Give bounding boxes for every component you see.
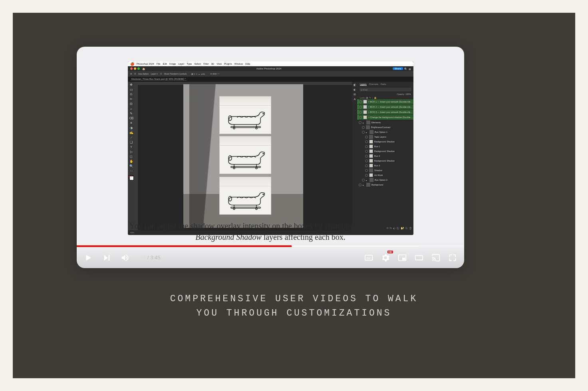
play-button[interactable] bbox=[84, 253, 93, 262]
canvas-area[interactable] bbox=[135, 82, 352, 230]
tab-channels[interactable]: Channels bbox=[369, 83, 378, 86]
layer-row[interactable]: ▸Elements bbox=[359, 120, 412, 125]
window-title: Adobe Photoshop 2024 bbox=[145, 67, 393, 70]
menu-help[interactable]: Help bbox=[245, 63, 250, 65]
next-button[interactable] bbox=[102, 253, 111, 262]
app-name: Photoshop 2024 bbox=[137, 63, 154, 65]
video-caption: You can adjust the shadow overlay intens… bbox=[77, 220, 464, 243]
layer-row[interactable]: Tape Layers bbox=[359, 134, 412, 139]
photoshop-window: 🍎 Photoshop 2024 File Edit Image Layer T… bbox=[128, 61, 413, 235]
layer-row[interactable]: Shadow bbox=[359, 168, 412, 173]
svg-point-8 bbox=[263, 153, 264, 154]
menu-window[interactable]: Window bbox=[234, 63, 243, 65]
layer-row[interactable]: ▸Box Option 2 bbox=[359, 178, 412, 182]
tab-layers[interactable]: Layers bbox=[360, 83, 367, 86]
tab-paths[interactable]: Paths bbox=[381, 83, 386, 86]
menu-select[interactable]: Select bbox=[194, 63, 201, 65]
svg-point-13 bbox=[256, 167, 258, 169]
svg-point-20 bbox=[256, 127, 258, 129]
theater-button[interactable] bbox=[415, 253, 423, 262]
svg-point-5 bbox=[233, 208, 235, 210]
svg-rect-24 bbox=[402, 258, 405, 260]
opt-target[interactable]: Layer ▾ bbox=[151, 73, 158, 75]
layers-panel[interactable]: Layers Channels Paths Q Kind Opacity: 10… bbox=[358, 82, 413, 230]
svg-point-6 bbox=[256, 208, 258, 210]
layer-row[interactable]: Background Shadow bbox=[359, 158, 412, 163]
svg-text:CC: CC bbox=[367, 256, 371, 260]
opt-auto-select[interactable]: Auto-Select bbox=[138, 73, 149, 75]
svg-point-15 bbox=[263, 113, 264, 114]
options-bar: ✥☑ Auto-Select Layer ▾ ☐ Show Transform … bbox=[128, 71, 413, 77]
tagline-text: COMPREHENSIVE USER VIDEOS TO WALK YOU TH… bbox=[13, 292, 575, 320]
svg-rect-25 bbox=[415, 255, 423, 260]
layer-row[interactable]: Background Shadow bbox=[359, 149, 412, 154]
menu-type[interactable]: Type bbox=[187, 63, 192, 65]
layer-row[interactable]: > BOX 2 — Insert your artwork (Double-cl… bbox=[358, 105, 413, 109]
layer-row[interactable]: > BOX 1 — Insert your artwork (Double-cl… bbox=[358, 99, 413, 104]
layer-row[interactable]: Art Work bbox=[359, 173, 412, 178]
mac-menubar: 🍎 Photoshop 2024 File Edit Image Layer T… bbox=[128, 61, 413, 66]
document-tab[interactable]: Mockster_Three Box Stack.psd @ 40% (RGB/… bbox=[128, 77, 413, 82]
layer-row[interactable]: > Change the background shadow (Double-c… bbox=[358, 115, 413, 120]
menu-3d[interactable]: 3D bbox=[211, 63, 214, 65]
menu-edit[interactable]: Edit bbox=[163, 63, 167, 65]
traffic-lights[interactable] bbox=[130, 67, 140, 70]
menu-filter[interactable]: Filter bbox=[203, 63, 209, 65]
layer-row[interactable]: Box 2 bbox=[359, 154, 412, 158]
menu-layer[interactable]: Layer bbox=[178, 63, 184, 65]
layer-row[interactable]: Brightness/Contrast bbox=[359, 125, 412, 130]
layer-row[interactable]: Background Shadow bbox=[359, 139, 412, 144]
time-display: 2:04 / 3:45 bbox=[136, 255, 160, 261]
miniplayer-button[interactable] bbox=[398, 253, 407, 262]
layer-filter[interactable]: Q Kind bbox=[360, 88, 411, 91]
fullscreen-button[interactable] bbox=[448, 253, 457, 262]
captions-button[interactable]: CC bbox=[364, 253, 373, 262]
layer-row[interactable]: > BOX 3 — Insert your artwork (Double-cl… bbox=[358, 110, 413, 115]
color-swatch[interactable] bbox=[129, 175, 134, 180]
video-player: 🍎 Photoshop 2024 File Edit Image Layer T… bbox=[77, 47, 464, 268]
share-button[interactable]: Share bbox=[393, 67, 403, 70]
layer-row[interactable]: Box 3 bbox=[359, 163, 412, 168]
settings-button[interactable]: HD bbox=[381, 253, 390, 262]
workspace-icon[interactable]: ▦ bbox=[409, 67, 411, 70]
svg-point-19 bbox=[233, 127, 235, 129]
hd-badge: HD bbox=[387, 251, 393, 253]
video-controls: 2:04 / 3:45 CC HD bbox=[77, 247, 464, 268]
layer-row[interactable]: ▸Background bbox=[359, 182, 412, 187]
layer-row[interactable]: Box 1 bbox=[359, 144, 412, 149]
dark-frame: 🍎 Photoshop 2024 File Edit Image Layer T… bbox=[13, 13, 575, 378]
cast-button[interactable] bbox=[431, 253, 440, 262]
document-canvas bbox=[183, 84, 303, 228]
volume-button[interactable] bbox=[121, 253, 129, 262]
ps-titlebar: 🏠 Adobe Photoshop 2024 Share 🔍 ▦ bbox=[128, 66, 413, 71]
menu-plugins[interactable]: Plugins bbox=[224, 63, 232, 65]
opt-transform[interactable]: Show Transform Controls bbox=[164, 73, 187, 75]
tools-panel[interactable]: ✥▭⊙✂⊡⌕✎⌫✦◑✍⟋❏T▷◻✋🔍⋯ bbox=[128, 82, 135, 230]
layer-row[interactable]: ▸Box Option 1 bbox=[359, 130, 412, 134]
ruler-left bbox=[135, 85, 138, 230]
menu-file[interactable]: File bbox=[157, 63, 161, 65]
search-icon[interactable]: 🔍 bbox=[404, 67, 407, 70]
svg-point-12 bbox=[233, 167, 235, 169]
move-tool-icon: ✥ bbox=[129, 83, 134, 87]
apple-icon: 🍎 bbox=[130, 62, 134, 66]
opacity-value[interactable]: Opacity: 100% bbox=[397, 93, 411, 95]
menu-view[interactable]: View bbox=[217, 63, 222, 65]
collapsed-panels[interactable]: ◧◐⊞A bbox=[352, 82, 358, 230]
menu-image[interactable]: Image bbox=[169, 63, 176, 65]
svg-point-1 bbox=[263, 194, 264, 195]
